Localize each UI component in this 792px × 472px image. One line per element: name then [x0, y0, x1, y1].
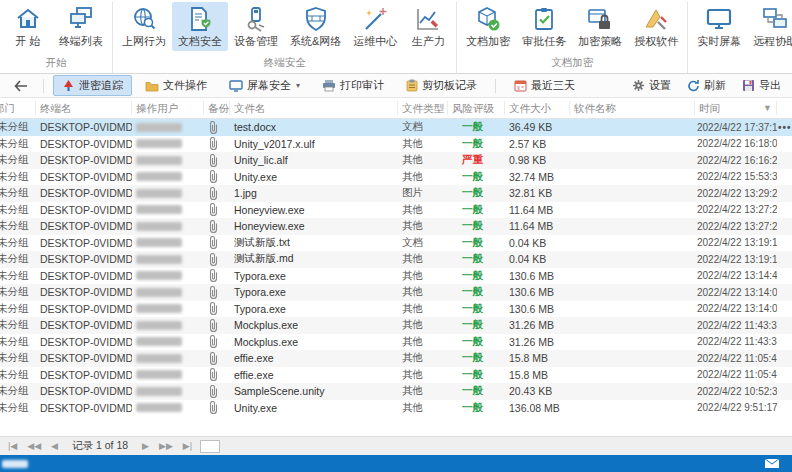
column-header-filetype[interactable]: 文件类型: [398, 101, 448, 115]
cell-backup[interactable]: [204, 251, 230, 268]
leak-trace-button[interactable]: 泄密追踪: [53, 75, 132, 96]
cell-filename[interactable]: Honeyview.exe: [230, 202, 398, 219]
cell-department: 未分组: [0, 185, 36, 202]
first-page-button[interactable]: |◀: [6, 438, 19, 454]
table-row[interactable]: 未分组DESKTOP-0VIDMDJ测试新版.txt文档一般0.04 KBTTy…: [0, 235, 792, 252]
cell-filename[interactable]: 测试新版.md: [230, 251, 398, 268]
cell-backup[interactable]: [204, 169, 230, 186]
last-page-button[interactable]: ▶|: [181, 438, 194, 454]
table-row[interactable]: 未分组DESKTOP-0VIDMDJUnity.exe其他一般136.08 MB…: [0, 400, 792, 417]
cell-filename[interactable]: SampleScene.unity: [230, 383, 398, 400]
cell-filename[interactable]: test.docx: [230, 119, 398, 136]
table-row[interactable]: 未分组DESKTOP-0VIDMDJHoneyview.exe其他一般11.64…: [0, 218, 792, 235]
prev-page-button[interactable]: ◀: [49, 438, 60, 454]
ribbon-item-encryption-policy[interactable]: 加密策略: [572, 2, 628, 51]
file-operations-button[interactable]: 文件操作: [136, 75, 216, 96]
cell-filename[interactable]: Typora.exe: [230, 301, 398, 318]
cell-filename[interactable]: Typora.exe: [230, 268, 398, 285]
ribbon-item-home[interactable]: 开 始: [3, 2, 53, 51]
column-header-user[interactable]: 操作用户: [132, 101, 204, 115]
ribbon-item-doc-encrypt[interactable]: 文档加密: [460, 2, 516, 51]
table-row[interactable]: 未分组DESKTOP-0VIDMDJ测试新版.md其他一般0.04 KBTTyp…: [0, 251, 792, 268]
cell-backup[interactable]: [204, 317, 230, 334]
table-row[interactable]: 未分组DESKTOP-0VIDMDJTypora.exe其他一般130.6 MB…: [0, 284, 792, 301]
ribbon-item-realtime-screen[interactable]: 实时屏幕: [691, 2, 747, 51]
date-filter-button[interactable]: 最近三天: [505, 75, 584, 96]
ribbon-item-authorized-software[interactable]: 授权软件: [628, 2, 684, 51]
next-block-button[interactable]: ▶▶: [157, 438, 175, 454]
cell-backup[interactable]: [204, 334, 230, 351]
cell-filename[interactable]: Honeyview.exe: [230, 218, 398, 235]
cell-backup[interactable]: [204, 268, 230, 285]
message-button[interactable]: [764, 458, 786, 469]
cell-filename[interactable]: Unity.exe: [230, 400, 398, 417]
ribbon-item-label: 实时屏幕: [697, 34, 741, 49]
cell-filename[interactable]: effie.exe: [230, 367, 398, 384]
column-header-filename[interactable]: 文件名: [230, 101, 398, 115]
cell-backup[interactable]: [204, 383, 230, 400]
cell-filename[interactable]: Typora.exe: [230, 284, 398, 301]
export-button[interactable]: 导出: [739, 75, 784, 96]
cell-filename[interactable]: Mockplus.exe: [230, 317, 398, 334]
cell-backup[interactable]: [204, 235, 230, 252]
next-page-button[interactable]: ▶: [140, 438, 151, 454]
column-header-filesize[interactable]: 文件大小: [505, 101, 570, 115]
page-input-box[interactable]: [200, 440, 220, 453]
cell-backup[interactable]: [204, 119, 230, 136]
table-row[interactable]: 未分组DESKTOP-0VIDMDJtest.docx文档一般36.49 KBN…: [0, 119, 792, 136]
table-row[interactable]: 未分组DESKTOP-0VIDMDJeffie.exe其他一般15.8 MBMi…: [0, 350, 792, 367]
table-row[interactable]: 未分组DESKTOP-0VIDMDJTypora.exe其他一般130.6 MB…: [0, 301, 792, 318]
refresh-button[interactable]: 刷新: [684, 75, 729, 96]
print-audit-button[interactable]: 打印审计: [313, 75, 393, 96]
table-row[interactable]: 未分组DESKTOP-0VIDMDJ1.jpg图片一般32.81 KBHoney…: [0, 185, 792, 202]
cell-backup[interactable]: [204, 367, 230, 384]
cell-filename[interactable]: 1.jpg: [230, 185, 398, 202]
screen-security-button[interactable]: 屏幕安全 ▾: [220, 75, 309, 96]
table-row[interactable]: 未分组DESKTOP-0VIDMDJUnity.exe其他一般32.74 MBU…: [0, 169, 792, 186]
ribbon-item-remote-assist[interactable]: 远程协助: [747, 2, 792, 51]
ribbon-item-productivity[interactable]: 生产力: [403, 2, 453, 51]
column-header-risk[interactable]: 风险评级: [448, 101, 505, 115]
cell-filename[interactable]: Mockplus.exe: [230, 334, 398, 351]
column-header-backup[interactable]: 备份: [204, 101, 230, 115]
table-row[interactable]: 未分组DESKTOP-0VIDMDJUnity_lic.alf其他严重0.98 …: [0, 152, 792, 169]
column-header-terminal[interactable]: 终端名: [36, 101, 132, 115]
ribbon-item-document-security[interactable]: 文档安全: [172, 2, 228, 51]
cell-filename[interactable]: 测试新版.txt: [230, 235, 398, 252]
cell-backup[interactable]: [204, 284, 230, 301]
column-header-time[interactable]: 时间▼: [695, 101, 777, 115]
table-row[interactable]: 未分组DESKTOP-0VIDMDJSampleScene.unity其他一般2…: [0, 383, 792, 400]
table-row[interactable]: 未分组DESKTOP-0VIDMDJTypora.exe其他一般130.6 MB…: [0, 268, 792, 285]
ribbon-item-internet-behavior[interactable]: 上网行为: [116, 2, 172, 51]
cell-backup[interactable]: [204, 202, 230, 219]
cell-backup[interactable]: [204, 185, 230, 202]
column-header-department[interactable]: 部门: [0, 101, 36, 115]
column-filter-icon[interactable]: ▼: [763, 101, 772, 115]
settings-button[interactable]: 设置: [629, 75, 674, 96]
table-row[interactable]: 未分组DESKTOP-0VIDMDJMockplus.exe其他一般31.26 …: [0, 317, 792, 334]
table-row[interactable]: 未分组DESKTOP-0VIDMDJUnity_v2017.x.ulf其他一般2…: [0, 136, 792, 153]
ribbon-item-terminal-list[interactable]: 终端列表: [53, 2, 109, 51]
table-row[interactable]: 未分组DESKTOP-0VIDMDJeffie.exe其他一般15.8 MBMi…: [0, 367, 792, 384]
prev-block-button[interactable]: ◀◀: [25, 438, 43, 454]
cell-filename[interactable]: Unity.exe: [230, 169, 398, 186]
cell-backup[interactable]: [204, 218, 230, 235]
cell-filename[interactable]: Unity_v2017.x.ulf: [230, 136, 398, 153]
cell-filename[interactable]: effie.exe: [230, 350, 398, 367]
ribbon-item-approval-tasks[interactable]: 审批任务: [516, 2, 572, 51]
cell-backup[interactable]: [204, 136, 230, 153]
ribbon-item-ops-center[interactable]: 运维中心: [347, 2, 403, 51]
cell-backup[interactable]: [204, 152, 230, 169]
cell-filename[interactable]: Unity_lic.alf: [230, 152, 398, 169]
ribbon-item-system-network[interactable]: 系统&网络: [284, 2, 347, 51]
cell-software: Unity Hub: [570, 169, 792, 186]
table-row[interactable]: 未分组DESKTOP-0VIDMDJHoneyview.exe其他一般11.64…: [0, 202, 792, 219]
ribbon-item-device-management[interactable]: 设备管理: [228, 2, 284, 51]
cell-backup[interactable]: [204, 400, 230, 417]
table-row[interactable]: 未分组DESKTOP-0VIDMDJMockplus.exe其他一般31.26 …: [0, 334, 792, 351]
cell-backup[interactable]: [204, 350, 230, 367]
column-header-software[interactable]: 软件名称: [570, 101, 695, 115]
cell-backup[interactable]: [204, 301, 230, 318]
back-button[interactable]: [8, 78, 34, 94]
clipboard-records-button[interactable]: 剪切板记录: [397, 75, 486, 96]
